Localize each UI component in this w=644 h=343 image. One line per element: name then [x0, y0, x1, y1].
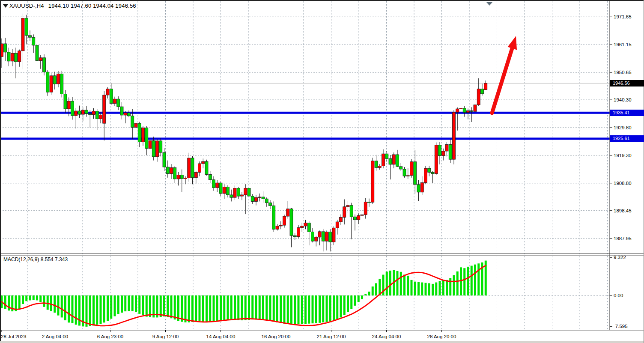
candle [180, 175, 183, 179]
macd-bar [199, 295, 201, 321]
candle [138, 123, 141, 142]
candle [449, 145, 452, 160]
candle [128, 113, 131, 116]
candle [223, 187, 226, 193]
date-tick-label: 24 Aug 04:00 [372, 334, 401, 339]
candle [173, 167, 176, 179]
macd-bar [435, 283, 437, 295]
macd-bar [191, 295, 194, 322]
macd-bar [54, 295, 56, 313]
macd-bar [442, 280, 444, 295]
candle [269, 203, 272, 206]
macd-bar [8, 295, 10, 310]
macd-bar [319, 295, 321, 323]
candle [170, 167, 173, 173]
candle [57, 74, 60, 84]
date-tick-label: 6 Aug 23:00 [97, 334, 123, 339]
macd-bar [121, 295, 123, 313]
support-level-tag: 1925.61 [610, 135, 644, 142]
macd-bar [446, 280, 448, 295]
macd-bar [92, 295, 95, 325]
macd-bar [287, 295, 289, 324]
macd-bar [456, 271, 459, 295]
macd-bar [312, 295, 314, 323]
candle [39, 58, 42, 61]
macd-bar [149, 295, 151, 317]
candle [216, 183, 219, 188]
macd-bar [354, 295, 356, 306]
candle [357, 215, 360, 220]
macd-bar [265, 295, 268, 320]
macd-bar [463, 268, 465, 295]
candle [71, 101, 74, 116]
candle [392, 155, 395, 164]
candle [438, 145, 441, 156]
candle [85, 110, 88, 113]
macd-bar [329, 295, 331, 321]
macd-bar [255, 295, 257, 319]
candle [159, 141, 162, 152]
candle [241, 195, 244, 196]
candle [276, 226, 279, 229]
candle [396, 155, 399, 167]
candle [453, 112, 456, 159]
macd-bar [308, 295, 310, 324]
candle [470, 110, 473, 111]
macd-bar [262, 295, 264, 320]
candle [18, 51, 21, 62]
candle [332, 228, 335, 242]
candle [354, 217, 357, 220]
macd-bar [202, 295, 204, 322]
candle [279, 225, 282, 226]
indicator-signal-value: 7.343 [55, 257, 68, 262]
macd-bar [22, 295, 24, 304]
macd-bar [160, 295, 162, 317]
candle [346, 206, 349, 207]
candle [378, 166, 381, 168]
candle [156, 141, 159, 157]
macd-tick-label: -7.595 [614, 324, 628, 329]
candle [329, 232, 332, 242]
candle [311, 232, 314, 242]
macd-bar [68, 295, 70, 322]
macd-bar [375, 283, 377, 295]
macd-bar [177, 295, 179, 321]
date-tick-label: 21 Aug 12:00 [317, 334, 346, 339]
candle [184, 178, 187, 179]
macd-bar [290, 295, 292, 324]
candle [315, 237, 318, 241]
candle [43, 58, 46, 72]
macd-bar [241, 295, 243, 320]
candle [103, 95, 106, 123]
candle [382, 154, 385, 166]
candle [21, 18, 24, 51]
macd-bar [421, 283, 423, 295]
chart-canvas[interactable]: 1971.651961.151950.651940.301929.801919.… [0, 0, 644, 343]
macd-bar [386, 271, 388, 295]
candle [389, 158, 392, 164]
candle [163, 152, 166, 167]
macd-bar [138, 295, 140, 314]
candle [336, 222, 339, 228]
candle [410, 162, 413, 176]
candle [205, 161, 208, 174]
candle [89, 113, 92, 114]
candle [81, 110, 84, 114]
candle [385, 154, 388, 158]
macd-bar [425, 283, 427, 295]
candle [340, 218, 343, 222]
candle [11, 53, 14, 61]
macd-bar [50, 295, 52, 311]
macd-bar [326, 295, 328, 322]
candle [106, 89, 109, 95]
candle [406, 176, 409, 176]
candle [7, 52, 10, 61]
macd-bar [174, 295, 176, 319]
price-tick-label: 1919.30 [614, 153, 632, 158]
macd-bar [294, 295, 296, 325]
candle [36, 45, 39, 61]
candle [209, 174, 212, 179]
macd-bar [61, 295, 63, 317]
candle [428, 168, 431, 172]
macd-bar [114, 295, 116, 316]
